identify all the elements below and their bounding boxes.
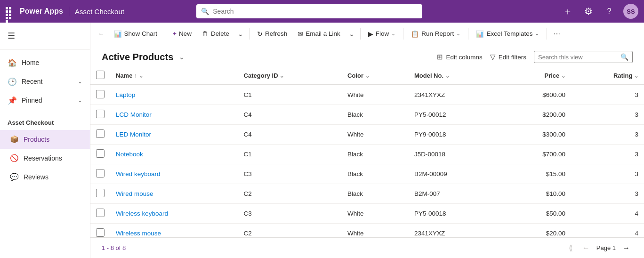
view-header-right: ⊞ Edit columns ▽ Edit filters 🔍 xyxy=(437,51,633,63)
run-report-icon: 📋 xyxy=(411,30,419,38)
col-rating-label: Rating xyxy=(613,72,632,79)
row-select-checkbox[interactable] xyxy=(96,149,105,158)
excel-templates-button[interactable]: 📊 Excel Templates ⌄ xyxy=(471,25,544,42)
next-page-button[interactable]: → xyxy=(620,242,633,254)
cell-category-id: C1 xyxy=(238,145,342,164)
cell-name[interactable]: Wired keyboard xyxy=(110,164,238,184)
cell-name[interactable]: Wireless mouse xyxy=(110,224,238,238)
flow-button[interactable]: ▶ Flow ⌄ xyxy=(363,25,401,42)
add-button[interactable]: ＋ xyxy=(561,5,574,18)
sidebar-recent-left: 🕒 Recent xyxy=(8,77,42,86)
first-page-button[interactable]: ⟪ xyxy=(566,242,576,254)
cell-color: Black xyxy=(342,184,409,204)
global-search-input[interactable] xyxy=(213,8,418,15)
search-view-input[interactable] xyxy=(538,54,618,61)
row-select-checkbox[interactable] xyxy=(96,189,105,197)
sidebar-item-home-label: Home xyxy=(22,59,39,66)
row-checkbox-cell xyxy=(90,224,110,238)
col-category-id[interactable]: Category ID ⌄ xyxy=(238,67,342,85)
hamburger-menu[interactable]: ☰ xyxy=(0,26,90,45)
app-launcher-icon[interactable] xyxy=(6,7,14,16)
cell-price: $200.00 xyxy=(502,105,571,125)
cell-rating: 3 xyxy=(571,105,644,125)
cell-category-id: C4 xyxy=(238,125,342,145)
excel-templates-label: Excel Templates xyxy=(486,30,532,37)
col-name[interactable]: Name ↑ ⌄ xyxy=(110,67,238,85)
col-color[interactable]: Color ⌄ xyxy=(342,67,409,85)
col-price-caret: ⌄ xyxy=(561,73,565,79)
cell-name[interactable]: Laptop xyxy=(110,85,238,105)
col-rating[interactable]: Rating ⌄ xyxy=(571,67,644,85)
cell-model-no: 2341XYXZ xyxy=(409,85,502,105)
delete-caret-icon: ⌄ xyxy=(238,30,243,38)
col-price[interactable]: Price ⌄ xyxy=(502,67,571,85)
row-select-checkbox[interactable] xyxy=(96,209,105,217)
new-label: New xyxy=(179,30,192,37)
email-caret-button[interactable]: ⌄ xyxy=(346,25,357,42)
toolbar-sep-4 xyxy=(403,28,403,40)
cell-rating: 3 xyxy=(571,125,644,145)
sidebar-item-reservations[interactable]: 🚫 Reservations xyxy=(0,149,90,168)
search-view-box[interactable]: 🔍 xyxy=(534,51,633,63)
global-search-bar[interactable]: 🔍 xyxy=(196,4,422,18)
cell-name[interactable]: LCD Monitor xyxy=(110,105,238,125)
table-header: Name ↑ ⌄ Category ID ⌄ Color ⌄ xyxy=(90,67,644,85)
run-report-button[interactable]: 📋 Run Report ⌄ xyxy=(406,25,465,42)
row-select-checkbox[interactable] xyxy=(96,90,105,98)
row-select-checkbox[interactable] xyxy=(96,169,105,177)
view-title-caret-icon[interactable]: ⌄ xyxy=(179,53,185,61)
cell-name[interactable]: Wired mouse xyxy=(110,184,238,204)
refresh-button[interactable]: ↻ Refresh xyxy=(252,25,292,42)
help-button[interactable]: ? xyxy=(603,5,616,18)
email-link-button[interactable]: ✉ Email a Link xyxy=(293,25,345,42)
table-row: Wireless mouse C2 White 2341XYXZ $20.00 … xyxy=(90,224,644,238)
row-select-checkbox[interactable] xyxy=(96,110,105,118)
view-header: Active Products ⌄ ⊞ Edit columns ▽ Edit … xyxy=(90,45,644,67)
col-model-label: Model No. xyxy=(414,72,443,79)
toolbar-sep-5 xyxy=(468,28,468,40)
table-body: Laptop C1 White 2341XYXZ $600.00 3 LCD M… xyxy=(90,85,644,237)
delete-button[interactable]: 🗑 Delete xyxy=(197,25,234,42)
toolbar: ← 📊 Show Chart + New 🗑 Delete ⌄ ↻ Refres… xyxy=(90,23,644,45)
settings-button[interactable]: ⚙ xyxy=(582,5,595,18)
edit-filters-button[interactable]: ▽ Edit filters xyxy=(490,53,526,61)
row-select-checkbox[interactable] xyxy=(96,228,105,237)
view-title: Active Products xyxy=(102,52,173,63)
back-button[interactable]: ← xyxy=(94,25,108,42)
row-checkbox-cell xyxy=(90,184,110,204)
table-footer: 1 - 8 of 8 ⟪ ← Page 1 → xyxy=(90,237,644,258)
cell-category-id: C3 xyxy=(238,204,342,224)
cell-model-no: PY9-00018 xyxy=(409,125,502,145)
sidebar-item-pinned[interactable]: 📌 Pinned ⌄ xyxy=(0,91,90,110)
header-checkbox-cell xyxy=(90,67,110,85)
show-chart-button[interactable]: 📊 Show Chart xyxy=(109,25,162,42)
col-model-no[interactable]: Model No. ⌄ xyxy=(409,67,502,85)
edit-columns-icon: ⊞ xyxy=(437,53,443,61)
delete-caret-button[interactable]: ⌄ xyxy=(235,25,246,42)
sidebar-item-home[interactable]: 🏠 Home xyxy=(0,53,90,72)
cell-model-no: PY5-00018 xyxy=(409,204,502,224)
sidebar-pinned-left: 📌 Pinned xyxy=(8,96,42,105)
sidebar-item-products[interactable]: 📦 Products xyxy=(0,130,90,149)
show-chart-label: Show Chart xyxy=(124,30,158,37)
cell-name[interactable]: Notebook xyxy=(110,145,238,164)
new-button[interactable]: + New xyxy=(168,25,196,42)
toolbar-sep-2 xyxy=(249,28,250,40)
edit-columns-button[interactable]: ⊞ Edit columns xyxy=(437,53,482,61)
sidebar-item-reviews[interactable]: 💬 Reviews xyxy=(0,168,90,186)
select-all-checkbox[interactable] xyxy=(96,71,105,79)
avatar[interactable]: SS xyxy=(623,4,638,19)
cell-price: $600.00 xyxy=(502,85,571,105)
col-color-caret: ⌄ xyxy=(365,73,370,79)
cell-color: Black xyxy=(342,164,409,184)
cell-name[interactable]: Wireless keyboard xyxy=(110,204,238,224)
more-options-button[interactable]: ⋯ xyxy=(550,25,564,42)
row-select-checkbox[interactable] xyxy=(96,129,105,138)
filter-icon: ▽ xyxy=(490,53,496,61)
prev-page-button[interactable]: ← xyxy=(580,242,593,254)
edit-columns-label: Edit columns xyxy=(446,54,482,61)
toolbar-sep-3 xyxy=(360,28,361,40)
cell-name[interactable]: LED Monitor xyxy=(110,125,238,145)
sidebar-item-recent[interactable]: 🕒 Recent ⌄ xyxy=(0,72,90,91)
reservations-icon: 🚫 xyxy=(9,154,19,162)
